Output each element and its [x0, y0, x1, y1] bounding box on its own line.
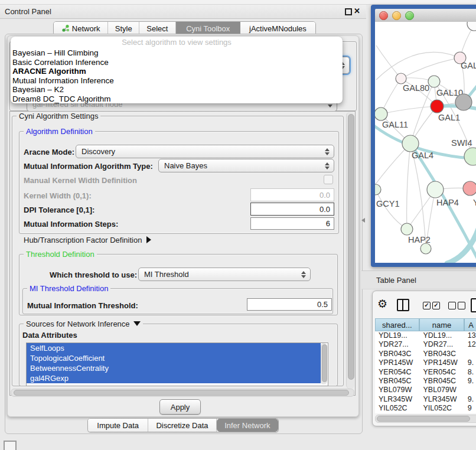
network-canvas[interactable]: GALGAL80GAL10GAL1GAL11GAL4SWI4HAP4YGCY1H… — [375, 22, 476, 263]
network-edge[interactable] — [407, 144, 410, 229]
kernel-width-label: Kernel Width (0,1): — [24, 191, 92, 200]
tab-style[interactable]: Style — [108, 22, 139, 35]
table-row[interactable]: YDR27...YDR27...12 — [375, 340, 476, 349]
tab-network[interactable]: Network — [54, 22, 108, 35]
table-cell: YPR145W — [375, 358, 420, 367]
table-row[interactable]: YPR145WYPR145W9. — [375, 358, 476, 367]
attribute-item[interactable]: TopologicalCoefficient — [27, 353, 321, 363]
dropdown-item[interactable]: Basic Correlation Inference — [11, 58, 343, 67]
tab-select[interactable]: Select — [139, 22, 176, 35]
group-title: Cyni Algorithm Settings — [17, 112, 100, 120]
mi-steps-field[interactable]: 6 — [250, 217, 334, 230]
table-row[interactable]: YER054CYER054C8. — [375, 368, 476, 377]
table-horizontal-scrollbar[interactable] — [375, 415, 476, 423]
column-header[interactable]: A — [464, 318, 476, 331]
network-node-gal11[interactable] — [375, 107, 387, 120]
attribute-item[interactable]: SelfLoops — [27, 343, 321, 353]
network-edge[interactable] — [376, 190, 407, 229]
attribute-item[interactable]: BetweennessCentrality — [27, 363, 321, 373]
aracne-mode-label: Aracne Mode: — [24, 148, 74, 156]
settings-vertical-scrollbar[interactable] — [346, 112, 354, 389]
network-node-gal1[interactable] — [431, 100, 444, 113]
unchecked-checkbox-icon[interactable] — [458, 302, 465, 309]
dropdown-item[interactable]: Bayesian – K2 — [11, 85, 343, 94]
which-threshold-combobox[interactable]: MI Threshold — [138, 268, 311, 281]
dropdown-item[interactable]: Mutual Information Inference — [11, 76, 343, 86]
table-cell: 9. — [465, 377, 476, 386]
window-minimize-button[interactable] — [392, 11, 401, 20]
table-cell: YER054C — [375, 368, 420, 377]
window-zoom-button[interactable] — [405, 11, 414, 20]
table-row[interactable]: YIL052CYIL052C9 — [375, 404, 476, 413]
network-node-gal4[interactable] — [402, 135, 419, 152]
tab-discretize-data[interactable]: Discretize Data — [148, 419, 216, 432]
network-node-gal80[interactable] — [396, 73, 406, 84]
float-window-icon[interactable] — [345, 8, 352, 15]
panel-divider-arrow[interactable] — [361, 218, 365, 223]
table-row[interactable]: YBL079WYBL079W — [375, 386, 476, 394]
tab-infer-network[interactable]: Infer Network — [217, 419, 278, 432]
attributes-vertical-scrollbar[interactable] — [321, 343, 327, 384]
dropdown-item[interactable]: Bayesian – Hill Climbing — [11, 48, 343, 58]
mi-steps-label: Mutual Information Steps: — [24, 220, 118, 229]
dropdown-item[interactable]: Dream8 DC_TDC Algorithm — [11, 94, 343, 103]
dock-panel-icon[interactable] — [4, 441, 17, 450]
settings-horizontal-scrollbar[interactable] — [11, 389, 354, 397]
table-row[interactable]: YBR045CYBR045C9. — [375, 377, 476, 386]
file-icon[interactable] — [471, 298, 476, 312]
table-row[interactable]: YLR345WYLR345W9. — [375, 395, 476, 404]
group-title: Algorithm Definition — [24, 127, 95, 136]
table-row[interactable]: YDL19...YDL19...13 — [375, 331, 476, 340]
network-edge[interactable] — [375, 144, 410, 191]
node-label: HAP2 — [408, 235, 431, 244]
gear-icon[interactable]: ⚙ — [377, 298, 387, 309]
network-node-swi4[interactable] — [464, 148, 476, 165]
close-icon[interactable]: ✕ — [354, 6, 360, 16]
aracne-mode-combobox[interactable]: Discovery — [76, 145, 334, 158]
manual-kernel-checkbox[interactable] — [324, 175, 333, 184]
apply-button[interactable]: Apply — [159, 399, 201, 415]
table-cell: 12 — [465, 340, 476, 349]
table-body: YDL19...YDL19...13YDR27...YDR27...12YBR0… — [375, 331, 476, 413]
network-edge[interactable] — [401, 58, 460, 79]
tab-impute-data[interactable]: Impute Data — [88, 419, 148, 432]
column-header[interactable]: shared... — [375, 318, 419, 331]
table-cell — [465, 350, 476, 358]
table-panel-window: ⚙ ✓ ✓ shared...nameA YDL19...YDL19...13Y… — [372, 291, 476, 426]
data-attributes-list[interactable]: SelfLoopsTopologicalCoefficientBetweenne… — [26, 343, 328, 386]
network-edge[interactable] — [381, 106, 437, 114]
network-node-hap4[interactable] — [427, 181, 444, 198]
network-node[interactable] — [467, 22, 476, 31]
network-node-hap2[interactable] — [401, 223, 413, 235]
table-cell: 13 — [465, 331, 476, 340]
checked-checkbox-icon[interactable]: ✓ — [423, 302, 431, 309]
table-cell: YPR145W — [420, 358, 465, 367]
hub-section-toggle[interactable]: Hub/Transcription Factor Definition — [24, 236, 151, 244]
unchecked-checkbox-icon[interactable] — [448, 302, 456, 309]
attribute-item[interactable]: gal4RGexp — [27, 373, 321, 383]
dpi-tolerance-field[interactable]: 0.0 — [250, 203, 334, 216]
table-cell: 8. — [465, 368, 476, 377]
checked-checkbox-icon[interactable]: ✓ — [432, 302, 440, 309]
columns-icon[interactable] — [397, 299, 409, 311]
network-node-gcy1[interactable] — [375, 184, 381, 195]
column-header[interactable]: name — [419, 318, 465, 331]
tab-cyni-toolbox[interactable]: Cyni Toolbox — [176, 22, 240, 35]
table-row[interactable]: YBR043CYBR043C — [375, 350, 476, 358]
network-node-gal10[interactable] — [428, 76, 440, 87]
window-close-button[interactable] — [379, 11, 388, 20]
network-edge[interactable] — [376, 52, 460, 80]
mi-threshold-field[interactable]: 0.5 — [247, 298, 332, 311]
network-node-y[interactable] — [463, 181, 476, 195]
table-cell: YIL052C — [420, 404, 465, 413]
network-node[interactable] — [455, 94, 472, 110]
dropdown-item[interactable]: ARACNE Algorithm — [11, 67, 343, 76]
sources-group-title[interactable]: Sources for Network Inference — [24, 319, 143, 328]
network-edge[interactable] — [376, 45, 401, 79]
kernel-width-field[interactable]: 0.0 — [250, 188, 334, 201]
node-label: Y — [473, 198, 476, 207]
network-node[interactable] — [420, 243, 431, 254]
mi-type-combobox[interactable]: Naive Bayes — [158, 159, 334, 172]
tab-jactivemnodules[interactable]: jActiveMNodules — [240, 22, 315, 35]
network-window-titlebar[interactable] — [375, 9, 476, 23]
